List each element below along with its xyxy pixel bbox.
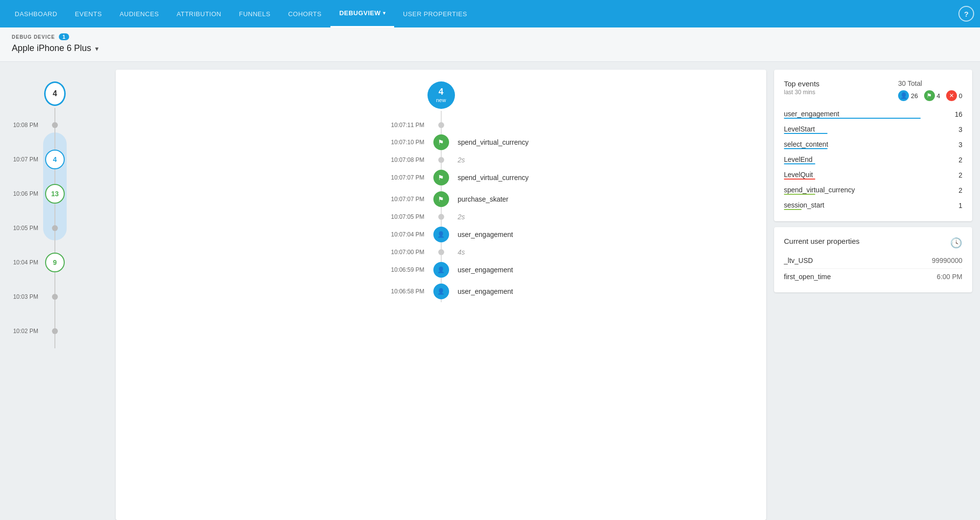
event-icon-wrap-7 [432,249,450,255]
event-dot-7 [438,249,444,255]
stat-bar-4 [784,179,815,180]
icon-counts: 👤 26 ⚑ 4 ✕ 0 [898,90,962,101]
nav-item-attribution[interactable]: ATTRIBUTION [168,0,230,27]
nav-item-dashboard[interactable]: DASHBOARD [6,0,66,27]
device-name: Apple iPhone 6 Plus [12,43,91,53]
stat-name-4: LevelQuit [784,171,958,180]
timeline-dot-1005 [52,225,58,231]
time-label-1006: 10:06 PM [0,190,44,197]
debugview-dropdown-arrow: ▾ [383,10,386,16]
event-stat-list: user_engagement 16 LevelStart 3 [784,107,962,213]
time-label-1008: 10:08 PM [0,122,44,129]
event-row-0[interactable]: 10:07:11 PM [127,119,754,131]
timeline-node-1008 [44,122,66,128]
user-properties-card: Current user properties 🕓 _ltv_USD 99990… [774,227,972,292]
event-row-4[interactable]: 10:07:07 PM ⚑ purchase_skater [127,188,754,210]
device-dropdown-arrow: ▾ [95,45,99,52]
event-row-2: 10:07:08 PM 2s [127,153,754,167]
nav-item-cohorts[interactable]: COHORTS [279,0,330,27]
stat-row-3[interactable]: LevelEnd 2 [784,153,962,168]
event-row-9[interactable]: 10:06:58 PM 👤 user_engagement [127,281,754,302]
top-events-subtitle: last 30 mins [784,89,820,96]
prop-row-1[interactable]: first_open_time 6:00 PM [784,269,962,285]
top-events-header: Top events last 30 mins 30 Total 👤 26 ⚑ … [784,79,962,101]
prop-value-0: 99990000 [932,257,962,264]
event-dot-5 [438,214,444,220]
nav-item-events[interactable]: EVENTS [66,0,111,27]
stat-row-5[interactable]: spend_virtual_currency 2 [784,183,962,198]
timeline-node-1003 [44,294,66,300]
stat-row-6[interactable]: session_start 1 [784,198,962,213]
time-label-1003: 10:03 PM [0,293,44,300]
stat-count-1: 3 [958,126,962,133]
stat-bar-6 [784,209,802,210]
event-row-1[interactable]: 10:07:10 PM ⚑ spend_virtual_currency [127,131,754,153]
prop-row-0[interactable]: _ltv_USD 99990000 [784,253,962,269]
timeline-top-node: 4 [44,81,66,106]
event-icon-8: 👤 [433,262,449,278]
stat-name-3: LevelEnd [784,156,958,164]
event-icon-wrap-4: ⚑ [432,191,450,207]
event-time-2: 10:07:08 PM [127,156,432,163]
event-time-5: 10:07:05 PM [127,213,432,220]
user-properties-title: Current user properties [784,237,859,245]
prop-value-1: 6:00 PM [937,273,962,281]
stat-name-0: user_engagement [784,110,955,119]
device-selector[interactable]: Apple iPhone 6 Plus ▾ [12,43,968,53]
stat-row-2[interactable]: select_content 3 [784,137,962,153]
stat-row-1[interactable]: LevelStart 3 [784,122,962,137]
stat-name-6: session_start [784,201,958,210]
stat-count-6: 1 [958,202,962,209]
nav-item-funnels[interactable]: FUNNELS [230,0,279,27]
time-label-1007: 10:07 PM [0,156,44,163]
stat-count-0: 16 [955,110,962,118]
event-icon-wrap-8: 👤 [432,262,450,278]
timeline-row-1004[interactable]: 10:04 PM 9 [0,245,108,280]
event-row-5: 10:07:05 PM 2s [127,210,754,224]
stat-bar-2 [784,148,828,149]
stat-name-1: LevelStart [784,125,958,134]
timeline-circle-1006: 13 [45,184,65,204]
timeline-row-1003[interactable]: 10:03 PM [0,280,108,314]
timeline-row-1005[interactable]: 10:05 PM [0,211,108,245]
event-icon-4: ⚑ [433,191,449,207]
stat-bar-1 [784,133,828,134]
history-icon[interactable]: 🕓 [950,237,962,249]
user-properties-header: Current user properties 🕓 [784,237,962,249]
event-icon-wrap-3: ⚑ [432,170,450,185]
event-icon-6: 👤 [433,227,449,242]
nav-bar: DASHBOARD EVENTS AUDIENCES ATTRIBUTION F… [0,0,980,27]
stat-row-4[interactable]: LevelQuit 2 [784,168,962,183]
timeline-node-1002 [44,328,66,334]
event-icon-wrap-1: ⚑ [432,134,450,150]
event-gap-7: 4s [450,248,755,256]
event-icon-3: ⚑ [433,170,449,185]
nav-item-user-properties[interactable]: USER PROPERTIES [394,0,476,27]
stat-row-0[interactable]: user_engagement 16 [784,107,962,122]
event-row-6[interactable]: 10:07:04 PM 👤 user_engagement [127,224,754,245]
event-time-7: 10:07:00 PM [127,249,432,256]
event-name-8: user_engagement [450,266,755,274]
help-button[interactable]: ? [958,6,974,22]
timeline-dot-1008 [52,122,58,128]
timeline-row-1002[interactable]: 10:02 PM [0,314,108,348]
event-name-9: user_engagement [450,287,755,295]
event-row-3[interactable]: 10:07:07 PM ⚑ spend_virtual_currency [127,167,754,188]
nav-item-debugview[interactable]: DEBUGVIEW ▾ [330,0,394,27]
timeline-row-1008[interactable]: 10:08 PM [0,108,108,142]
event-row-8[interactable]: 10:06:59 PM 👤 user_engagement [127,259,754,281]
right-panel: Top events last 30 mins 30 Total 👤 26 ⚑ … [774,70,980,520]
event-time-6: 10:07:04 PM [127,231,432,238]
top-events-title: Top events [784,79,820,88]
event-time-3: 10:07:07 PM [127,174,432,181]
stat-name-5: spend_virtual_currency [784,186,958,195]
prop-name-0: _ltv_USD [784,257,813,264]
event-panel: 4 new 10:07:11 PM 10:07:10 PM ⚑ [116,70,766,520]
stat-bar-5 [784,194,815,195]
nav-item-audiences[interactable]: AUDIENCES [111,0,168,27]
green-count-icon: ⚑ [924,90,935,101]
timeline-row-1006[interactable]: 10:06 PM 13 [0,177,108,211]
top-events-total: 30 Total [898,79,962,87]
timeline-row-1007[interactable]: 10:07 PM 4 [0,142,108,177]
event-name-1: spend_virtual_currency [450,138,755,146]
